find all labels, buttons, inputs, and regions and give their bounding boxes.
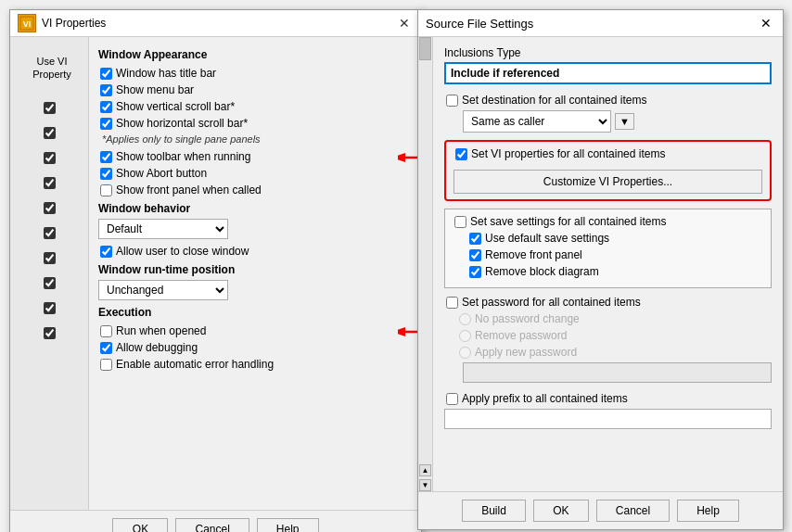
vi-ok-button[interactable]: OK [112, 518, 168, 532]
vi-properties-dialog: VI VI Properties ✕ Use VI Property [9, 9, 422, 532]
vi-dialog-footer: OK Cancel Help [10, 510, 421, 532]
sidebar-cb-6[interactable] [44, 227, 56, 239]
inclusion-type-label: Inclusions Type [444, 46, 772, 59]
set-vi-props-group: Set VI properties for all contained item… [444, 140, 772, 201]
source-ok-button[interactable]: OK [533, 500, 589, 522]
window-behavior-select[interactable]: Default [98, 219, 228, 239]
execution-section-label: Execution [98, 306, 412, 319]
sidebar-cb-3[interactable] [44, 152, 56, 164]
sidebar-cb-7[interactable] [44, 252, 56, 264]
show-vertical-scroll-cb[interactable] [100, 101, 112, 113]
remove-front-panel-row: Remove front panel [467, 248, 763, 261]
set-password-cb[interactable] [446, 297, 458, 309]
show-horizontal-scroll-row: Show horizontal scroll bar* [98, 117, 412, 130]
window-title-bar-cb[interactable] [100, 68, 112, 80]
run-when-opened-label: Run when opened [116, 324, 206, 337]
password-input-wrapper [463, 362, 772, 383]
show-horizontal-scroll-cb[interactable] [100, 118, 112, 130]
no-password-change-row: No password change [444, 312, 772, 325]
vi-cancel-button[interactable]: Cancel [175, 518, 249, 532]
sidebar-cb-4[interactable] [44, 177, 56, 189]
use-default-save-row: Use default save settings [467, 232, 763, 245]
customize-vi-props-button[interactable]: Customize VI Properties... [453, 170, 762, 194]
destination-browse-btn[interactable]: ▼ [615, 113, 634, 130]
run-when-opened-cb[interactable] [100, 325, 112, 337]
sidebar-cb-1[interactable] [44, 102, 56, 114]
allow-close-row: Allow user to close window [98, 245, 412, 258]
enable-auto-error-row: Enable automatic error handling [98, 358, 412, 371]
inclusion-type-input[interactable] [444, 62, 772, 84]
allow-debugging-row: Allow debugging [98, 341, 412, 354]
source-build-button[interactable]: Build [462, 500, 526, 522]
set-save-group: Set save settings for all contained item… [444, 209, 772, 288]
source-main-content: Inclusions Type Set destination for all … [433, 37, 783, 491]
show-vertical-scroll-row: Show vertical scroll bar* [98, 100, 412, 113]
vi-dialog-titlebar: VI VI Properties ✕ [10, 10, 421, 37]
vi-help-button[interactable]: Help [257, 518, 319, 532]
vi-icon: VI [18, 14, 36, 32]
source-close-button[interactable]: ✕ [757, 14, 775, 32]
set-destination-label: Set destination for all contained items [462, 94, 646, 107]
show-front-panel-cb[interactable] [100, 184, 112, 196]
show-abort-cb[interactable] [100, 168, 112, 180]
allow-close-cb[interactable] [100, 246, 112, 258]
show-menu-bar-label: Show menu bar [116, 83, 194, 96]
source-panel-footer: Build OK Cancel Help [418, 491, 783, 529]
source-help-button[interactable]: Help [677, 500, 739, 522]
window-position-label: Window run-time position [98, 263, 412, 276]
source-scrollbar[interactable]: ▲ ▼ [418, 37, 433, 491]
enable-auto-error-cb[interactable] [100, 359, 112, 371]
show-vertical-scroll-label: Show vertical scroll bar* [116, 100, 235, 113]
vi-main-panel: Window Appearance Window has title bar S… [89, 37, 421, 510]
use-default-save-cb[interactable] [469, 233, 481, 245]
scrollbar-thumb[interactable] [419, 37, 431, 60]
window-behavior-label: Window behavior [98, 202, 412, 215]
remove-front-panel-label: Remove front panel [485, 248, 582, 261]
set-destination-cb[interactable] [446, 95, 458, 107]
apply-new-password-label: Apply new password [475, 346, 577, 359]
source-titlebar: Source File Settings ✕ [418, 10, 783, 37]
apply-prefix-cb[interactable] [446, 393, 458, 405]
allow-debugging-cb[interactable] [100, 342, 112, 354]
sidebar-cb-2[interactable] [44, 127, 56, 139]
enable-auto-error-label: Enable automatic error handling [116, 358, 274, 371]
allow-close-label: Allow user to close window [116, 245, 249, 258]
source-content-wrapper: ▲ ▼ Inclusions Type Set destination for … [418, 37, 783, 491]
remove-block-diagram-cb[interactable] [469, 266, 481, 278]
sidebar-header: Use VI Property [19, 55, 84, 82]
prefix-input[interactable] [444, 409, 772, 429]
window-behavior-dropdown-row: Default [98, 219, 412, 239]
scroll-down-btn[interactable]: ▼ [419, 479, 431, 491]
sidebar-cb-9[interactable] [44, 302, 56, 314]
show-horizontal-scroll-label: Show horizontal scroll bar* [116, 117, 248, 130]
run-when-opened-row: Run when opened [98, 324, 206, 337]
vi-dialog-close-button[interactable]: ✕ [395, 14, 414, 32]
window-position-select[interactable]: Unchanged [98, 280, 228, 300]
sidebar-cb-8[interactable] [44, 277, 56, 289]
destination-select[interactable]: Same as caller [463, 110, 611, 133]
show-toolbar-cb[interactable] [100, 151, 112, 163]
source-panel-title: Source File Settings [426, 17, 533, 31]
no-password-change-radio [459, 313, 471, 325]
apply-prefix-row: Apply prefix to all contained items [444, 392, 772, 405]
set-destination-row: Set destination for all contained items [444, 94, 772, 107]
scroll-up-btn[interactable]: ▲ [419, 464, 431, 476]
svg-text:VI: VI [23, 19, 32, 29]
vi-sidebar: Use VI Property [10, 37, 89, 510]
show-front-panel-row: Show front panel when called [98, 184, 412, 196]
remove-block-diagram-row: Remove block diagram [467, 265, 763, 278]
window-appearance-label: Window Appearance [98, 48, 412, 61]
sidebar-cb-5[interactable] [44, 202, 56, 214]
show-toolbar-label: Show toolbar when running [116, 150, 250, 163]
set-vi-props-cb[interactable] [455, 148, 467, 160]
remove-password-label: Remove password [475, 329, 567, 342]
vi-dialog-content: Use VI Property Window Appearance Window… [10, 37, 421, 510]
show-menu-bar-cb[interactable] [100, 84, 112, 96]
set-save-cb[interactable] [454, 216, 466, 228]
source-cancel-button[interactable]: Cancel [596, 500, 670, 522]
sidebar-cb-10[interactable] [44, 327, 56, 339]
apply-prefix-label: Apply prefix to all contained items [462, 392, 628, 405]
sidebar-checkbox-list [44, 102, 56, 339]
remove-password-row: Remove password [444, 329, 772, 342]
remove-front-panel-cb[interactable] [469, 249, 481, 261]
